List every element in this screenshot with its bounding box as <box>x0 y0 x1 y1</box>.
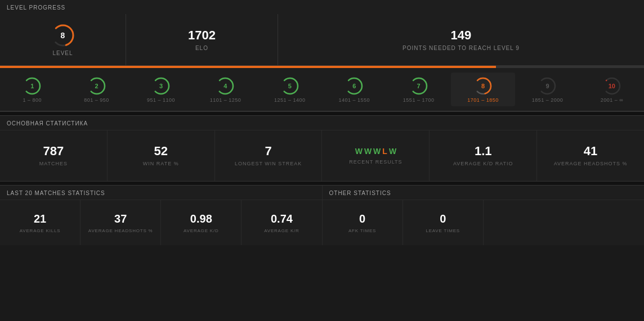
stat-kd-label: AVERAGE K/D RATIO <box>453 161 513 166</box>
result-2: W <box>364 147 372 156</box>
node-gauge-9: 9 <box>537 76 557 96</box>
level-node-8: 8 1701 – 1850 <box>451 73 515 106</box>
node-gauge-3: 3 <box>151 76 171 96</box>
level-progress-content: 8 LEVEL 1702 ELO 149 POINTS NEEDED TO RE… <box>0 14 644 66</box>
node-num-6: 6 <box>352 83 356 89</box>
leave-times-label: LEAVE TIMES <box>426 228 460 233</box>
recent-results-display: W W W L W <box>355 147 396 156</box>
node-gauge-5: 5 <box>280 76 300 96</box>
stat-headshots: 41 AVERAGE HEADSHOTS % <box>537 130 644 181</box>
last-avg-kills-value: 21 <box>34 213 46 225</box>
level-value: 8 <box>61 31 65 40</box>
stat-longest-streak: 7 LONGEST WIN STREAK <box>215 130 323 181</box>
result-3: W <box>373 147 381 156</box>
stat-recent-results: W W W L W RECENT RESULTS <box>322 130 430 181</box>
last-avg-kr-label: AVERAGE K/R <box>264 228 299 233</box>
node-num-3: 3 <box>159 83 163 89</box>
level-nodes-row: 1 1 – 800 2 801 – 950 3 951 – 1 <box>0 68 644 111</box>
other-stats: OTHER STATISTICS 0 AFK TIMES 0 LEAVE TIM… <box>323 186 645 245</box>
last-avg-kd-label: AVERAGE K/D <box>184 228 218 233</box>
stat-matches: 787 MATCHES <box>0 130 108 181</box>
result-1: W <box>355 147 363 156</box>
stat-win-rate-label: WIN RATE % <box>143 161 179 166</box>
node-gauge-10: 10 <box>602 76 622 96</box>
level-node-6: 6 1401 – 1550 <box>322 73 386 106</box>
last-avg-kills-label: AVERAGE KILLS <box>20 228 61 233</box>
node-num-8: 8 <box>481 83 485 89</box>
last-avg-kd: 0.98 AVERAGE K/D <box>161 200 242 245</box>
level-node-1: 1 1 – 800 <box>0 73 64 106</box>
afk-times-value: 0 <box>359 213 365 225</box>
node-num-7: 7 <box>417 83 421 89</box>
elo-label: ELO <box>195 45 208 51</box>
main-stats-label: ОСНОВНАЯ СТАТИСТИКА <box>0 116 644 130</box>
stat-longest-streak-label: LONGEST WIN STREAK <box>235 161 302 166</box>
node-gauge-7: 7 <box>409 76 429 96</box>
stat-win-rate: 52 WIN RATE % <box>108 130 215 181</box>
leave-times-value: 0 <box>440 213 446 225</box>
node-num-4: 4 <box>223 83 227 89</box>
stat-recent-results-label: RECENT RESULTS <box>349 159 402 165</box>
level-node-9: 9 1851 – 2000 <box>515 73 579 106</box>
level-progress-section: LEVEL PROGRESS 8 LEVEL 1702 ELO 149 POIN… <box>0 0 644 111</box>
progress-bar-fill <box>0 66 496 68</box>
stat-headshots-label: AVERAGE HEADSHOTS % <box>554 161 628 166</box>
last-20-grid: 21 AVERAGE KILLS 37 AVERAGE HEADSHOTS % … <box>0 200 322 245</box>
separator-2 <box>0 181 644 186</box>
stat-headshots-value: 41 <box>584 145 597 157</box>
last-avg-kills: 21 AVERAGE KILLS <box>0 200 80 245</box>
last-avg-hs: 37 AVERAGE HEADSHOTS % <box>80 200 161 245</box>
node-gauge-4: 4 <box>215 76 235 96</box>
points-needed-label: POINTS NEEDED TO REACH LEVEL 9 <box>402 45 520 51</box>
points-needed-cell: 149 POINTS NEEDED TO REACH LEVEL 9 <box>278 14 644 65</box>
result-5: W <box>389 147 396 156</box>
elo-cell: 1702 ELO <box>126 14 278 65</box>
level-node-7: 7 1551 – 1700 <box>386 73 450 106</box>
level-progress-label: LEVEL PROGRESS <box>0 0 644 14</box>
other-placeholder-1 <box>484 200 564 245</box>
last-avg-kr: 0.74 AVERAGE K/R <box>242 200 321 245</box>
level-node-2: 2 801 – 950 <box>64 73 128 106</box>
level-node-4: 4 1101 – 1250 <box>193 73 257 106</box>
node-gauge-8: 8 <box>473 76 493 96</box>
node-gauge-1: 1 <box>22 76 42 96</box>
node-num-10: 10 <box>609 83 615 89</box>
stat-matches-value: 787 <box>43 145 64 157</box>
stat-kd-ratio: 1.1 AVERAGE K/D RATIO <box>430 130 537 181</box>
last-avg-kd-value: 0.98 <box>190 213 212 225</box>
last-avg-hs-value: 37 <box>114 213 127 225</box>
points-needed-value: 149 <box>451 28 472 43</box>
level-cell: 8 LEVEL <box>0 14 126 65</box>
afk-times-label: AFK TIMES <box>348 228 376 233</box>
level-node-5: 5 1251 – 1400 <box>258 73 322 106</box>
node-num-9: 9 <box>545 83 549 89</box>
result-4: L <box>382 147 387 156</box>
node-gauge-2: 2 <box>87 76 107 96</box>
level-node-3: 3 951 – 1100 <box>129 73 193 106</box>
afk-times: 0 AFK TIMES <box>323 200 403 245</box>
last-avg-kr-value: 0.74 <box>271 213 293 225</box>
last-avg-hs-label: AVERAGE HEADSHOTS % <box>88 228 153 233</box>
last-20-label: LAST 20 MATCHES STATISTICS <box>0 186 322 200</box>
main-stats-grid: 787 MATCHES 52 WIN RATE % 7 LONGEST WIN … <box>0 130 644 181</box>
stat-win-rate-value: 52 <box>154 145 168 157</box>
stat-longest-streak-value: 7 <box>265 145 271 157</box>
level-gauge: 8 <box>51 23 75 48</box>
separator-1 <box>0 111 644 116</box>
stat-kd-value: 1.1 <box>475 145 492 157</box>
level-node-10: 10 2001 – ∞ <box>580 73 644 106</box>
elo-value: 1702 <box>188 28 216 43</box>
other-stats-label: OTHER STATISTICS <box>323 186 645 200</box>
leave-times: 0 LEAVE TIMES <box>403 200 484 245</box>
other-stats-grid: 0 AFK TIMES 0 LEAVE TIMES <box>323 200 645 245</box>
last-20-matches: LAST 20 MATCHES STATISTICS 21 AVERAGE KI… <box>0 186 323 245</box>
bottom-section: LAST 20 MATCHES STATISTICS 21 AVERAGE KI… <box>0 186 644 245</box>
progress-bar-container <box>0 66 644 68</box>
node-num-2: 2 <box>95 83 99 89</box>
other-placeholder-2 <box>564 200 644 245</box>
main-stats-section: ОСНОВНАЯ СТАТИСТИКА 787 MATCHES 52 WIN R… <box>0 116 644 181</box>
stat-matches-label: MATCHES <box>39 161 68 166</box>
node-num-1: 1 <box>30 83 34 89</box>
node-num-5: 5 <box>288 83 292 89</box>
node-gauge-6: 6 <box>344 76 364 96</box>
